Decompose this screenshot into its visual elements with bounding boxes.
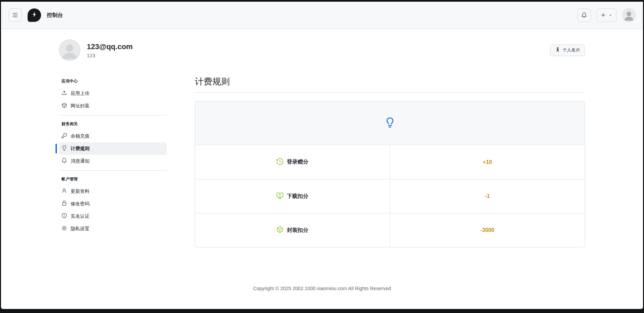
sidebar-divider xyxy=(59,170,167,171)
billing-rules-title: 计费规则 xyxy=(195,76,585,93)
topbar: 控制台 xyxy=(1,2,643,29)
gear-icon xyxy=(62,225,67,232)
sidebar-section-finance: 财务相关 xyxy=(59,118,167,130)
lightbulb-icon xyxy=(385,117,395,129)
profile-avatar xyxy=(59,39,80,61)
three-bars-icon xyxy=(12,12,18,18)
billing-rules-table: 登录赠分 +10 下载扣分 xyxy=(195,101,585,247)
rule-value: -1 xyxy=(485,193,490,199)
rule-label: 封装扣分 xyxy=(287,227,309,234)
sidebar-section-account: 帐户管理 xyxy=(59,174,167,185)
sidebar-item-label: 应用上传 xyxy=(71,91,90,97)
table-header xyxy=(195,101,585,145)
person-icon xyxy=(62,188,67,195)
sidebar-item-billing-rules[interactable]: 计费规则 xyxy=(59,142,167,155)
plus-icon xyxy=(601,12,606,18)
profile-email: 123@qq.com xyxy=(87,42,133,51)
package-icon xyxy=(62,103,67,109)
rule-label: 下载扣分 xyxy=(287,193,309,200)
profile-username: 123 xyxy=(87,53,133,58)
key-icon xyxy=(62,133,67,139)
history-clock-icon xyxy=(277,158,283,166)
sidebar-item-label: 修改密码 xyxy=(71,201,90,207)
table-row-login-bonus: 登录赠分 +10 xyxy=(195,145,585,179)
personal-card-button[interactable]: 个人名片 xyxy=(550,44,585,56)
copyright-footer: Copyright © 2025 2002.1000.xiaomiou.com … xyxy=(59,286,585,291)
sidebar: 应用中心 应用上传 网址封装 财务相关 xyxy=(59,76,167,247)
lightning-bolt-icon xyxy=(31,11,37,19)
sidebar-item-label: 计费规则 xyxy=(71,146,90,152)
bell-icon xyxy=(62,158,67,164)
upload-icon xyxy=(62,90,67,97)
table-row-packaging-deduction: 封装扣分 -3000 xyxy=(195,213,585,247)
sidebar-item-label: 余额充值 xyxy=(71,133,90,139)
shield-icon xyxy=(62,213,67,219)
sidebar-item-url-packaging[interactable]: 网址封装 xyxy=(59,100,167,112)
user-avatar[interactable] xyxy=(622,8,636,22)
hamburger-menu-button[interactable] xyxy=(8,8,22,22)
lightbulb-icon xyxy=(62,145,67,152)
sidebar-item-update-profile[interactable]: 更新资料 xyxy=(59,185,167,198)
sidebar-item-label: 更新资料 xyxy=(71,188,90,195)
desktop-download-icon xyxy=(277,192,283,200)
sidebar-item-realname-verification[interactable]: 实名认证 xyxy=(59,210,167,222)
person-standing-icon xyxy=(555,47,560,53)
profile-section: 123@qq.com 123 个人名片 xyxy=(59,39,585,61)
sidebar-item-change-password[interactable]: 修改密码 xyxy=(59,198,167,210)
package-icon xyxy=(277,226,283,234)
sidebar-divider xyxy=(59,115,167,115)
rule-value: +10 xyxy=(483,159,492,165)
sidebar-section-app-center: 应用中心 xyxy=(59,76,167,87)
sidebar-item-balance-recharge[interactable]: 余额充值 xyxy=(59,130,167,142)
rule-label: 登录赠分 xyxy=(287,159,309,166)
create-new-dropdown-button[interactable] xyxy=(597,8,616,22)
sidebar-item-label: 网址封装 xyxy=(71,103,90,109)
caret-down-icon xyxy=(608,13,612,17)
app-window: 控制台 123@qq.com 123 xyxy=(1,2,643,309)
sidebar-item-notifications[interactable]: 消息通知 xyxy=(59,155,167,167)
sidebar-item-label: 隐私设置 xyxy=(71,226,90,232)
rule-value: -3000 xyxy=(480,227,494,233)
app-logo[interactable] xyxy=(28,8,41,22)
sidebar-item-label: 实名认证 xyxy=(71,213,90,219)
personal-card-label: 个人名片 xyxy=(563,47,580,53)
page-title: 控制台 xyxy=(47,12,63,19)
sidebar-item-app-upload[interactable]: 应用上传 xyxy=(59,87,167,100)
sidebar-item-privacy-settings[interactable]: 隐私设置 xyxy=(59,222,167,235)
bell-icon xyxy=(581,12,587,18)
notifications-button[interactable] xyxy=(577,8,591,22)
main-content: 计费规则 登录赠分 xyxy=(195,76,585,247)
sidebar-item-label: 消息通知 xyxy=(71,158,90,164)
lock-icon xyxy=(62,201,67,207)
table-row-download-deduction: 下载扣分 -1 xyxy=(195,179,585,213)
